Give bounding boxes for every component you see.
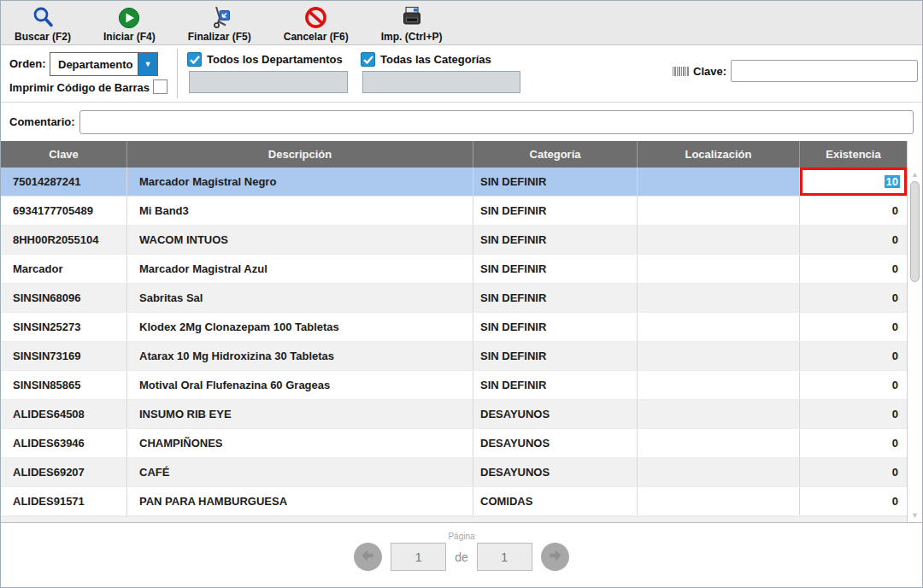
- cell-categoria: SIN DEFINIR: [473, 342, 638, 370]
- clave-input[interactable]: [731, 60, 918, 82]
- table-row[interactable]: ALIDES63946CHAMPIÑONESDESAYUNOS0: [1, 429, 907, 458]
- comentario-label: Comentario:: [9, 115, 75, 128]
- cell-clave: ALIDES69207: [1, 458, 127, 486]
- todas-categorias-label: Todas las Categorías: [380, 53, 491, 66]
- table-row[interactable]: 6934177705489Mi Band3SIN DEFINIR0: [1, 197, 907, 226]
- vertical-scrollbar[interactable]: ▲ ▼: [907, 141, 922, 522]
- table-body: 75014287241Marcador Magistral NegroSIN D…: [1, 168, 907, 516]
- cell-categoria: SIN DEFINIR: [473, 197, 638, 225]
- categoria-input[interactable]: [362, 71, 520, 93]
- scroll-up-icon[interactable]: ▲: [908, 169, 922, 179]
- cell-localizacion: [638, 168, 800, 196]
- cell-localizacion: [638, 255, 800, 283]
- cell-descripcion: Sabritas Sal: [127, 284, 473, 312]
- orden-value: Departamento: [50, 53, 138, 75]
- cell-existencia[interactable]: 0: [800, 487, 907, 515]
- total-pages-input[interactable]: [477, 543, 532, 571]
- iniciar-button[interactable]: Iniciar (F4): [95, 4, 164, 44]
- table-header: Clave Descripción Categoría Localización…: [1, 141, 907, 168]
- scrollbar-thumb[interactable]: [910, 181, 920, 282]
- table-row[interactable]: ALIDES91571PAN PARA HAMBURGUESACOMIDAS0: [1, 487, 907, 516]
- current-page-input[interactable]: [391, 543, 446, 571]
- cell-descripcion: Marcador Magistral Negro: [127, 168, 473, 196]
- cell-categoria: SIN DEFINIR: [473, 284, 638, 312]
- cell-descripcion: Marcador Magistral Azul: [127, 255, 473, 283]
- cell-existencia[interactable]: 0: [800, 371, 907, 399]
- header-descripcion[interactable]: Descripción: [127, 141, 473, 168]
- cancelar-label: Cancelar (F6): [284, 31, 349, 43]
- cell-descripcion: CAFÉ: [127, 458, 473, 486]
- scroll-down-icon[interactable]: ▼: [908, 510, 922, 520]
- table-row[interactable]: SINSIN25273Klodex 2Mg Clonazepam 100 Tab…: [1, 313, 907, 342]
- cell-localizacion: [638, 342, 800, 370]
- header-categoria[interactable]: Categoría: [473, 141, 638, 168]
- handtruck-icon: [208, 5, 232, 29]
- cell-localizacion: [638, 197, 800, 225]
- cell-descripcion: Klodex 2Mg Clonazepam 100 Tabletas: [127, 313, 473, 341]
- table-row[interactable]: 8HH00R2055104WACOM INTUOSSIN DEFINIR0: [1, 226, 907, 255]
- imprimir-codigo-label: Imprimir Código de Barras: [9, 81, 150, 94]
- existencia-edit-cell[interactable]: 10: [800, 168, 907, 196]
- header-clave[interactable]: Clave: [1, 141, 127, 168]
- cancelar-button[interactable]: Cancelar (F6): [275, 4, 357, 44]
- next-page-button[interactable]: [541, 543, 569, 571]
- cell-localizacion: [638, 226, 800, 254]
- cell-descripcion: INSUMO RIB EYE: [127, 400, 473, 428]
- todos-departamentos-label: Todos los Departamentos: [207, 53, 343, 66]
- cell-localizacion: [638, 313, 800, 341]
- chevron-down-icon[interactable]: ▼: [138, 53, 157, 75]
- buscar-button[interactable]: Buscar (F2): [6, 4, 79, 44]
- table-row[interactable]: ALIDES69207CAFÉDESAYUNOS0: [1, 458, 907, 487]
- iniciar-label: Iniciar (F4): [103, 31, 156, 43]
- cell-descripcion: Motival Oral Flufenazina 60 Grageas: [127, 371, 473, 399]
- partial-row: [1, 516, 907, 522]
- table-row[interactable]: ALIDES64508INSUMO RIB EYEDESAYUNOS0: [1, 400, 907, 429]
- finalizar-button[interactable]: Finalizar (F5): [179, 4, 260, 44]
- cell-descripcion: Mi Band3: [127, 197, 473, 225]
- departamento-input[interactable]: [189, 71, 348, 93]
- comentario-input[interactable]: [79, 110, 914, 134]
- table-row[interactable]: SINSIN85865Motival Oral Flufenazina 60 G…: [1, 371, 907, 400]
- header-existencia[interactable]: Existencia: [800, 141, 907, 168]
- header-localizacion[interactable]: Localización: [638, 141, 800, 168]
- cell-existencia[interactable]: 0: [800, 400, 907, 428]
- cell-existencia[interactable]: 0: [800, 313, 907, 341]
- todos-departamentos-checkbox[interactable]: [187, 52, 202, 67]
- table-row[interactable]: 75014287241Marcador Magistral NegroSIN D…: [1, 168, 907, 197]
- table-row[interactable]: MarcadorMarcador Magistral AzulSIN DEFIN…: [1, 255, 907, 284]
- play-icon: [118, 5, 140, 29]
- cell-clave: SINSIN85865: [1, 371, 127, 399]
- orden-combobox[interactable]: Departamento ▼: [50, 52, 158, 76]
- toolbar: Buscar (F2) Iniciar (F4) Finalizar (F5): [1, 1, 922, 45]
- de-label: de: [455, 550, 468, 564]
- cell-categoria: SIN DEFINIR: [473, 168, 638, 196]
- prev-page-button[interactable]: [354, 543, 382, 571]
- cell-clave: ALIDES63946: [1, 429, 127, 457]
- table-row[interactable]: SINSIN73169Atarax 10 Mg Hidroxizina 30 T…: [1, 342, 907, 371]
- cancel-icon: [304, 5, 327, 29]
- product-table: Clave Descripción Categoría Localización…: [1, 141, 922, 522]
- scrollbar-track[interactable]: ▲ ▼: [908, 168, 922, 522]
- cell-categoria: DESAYUNOS: [473, 429, 638, 457]
- imprimir-label: Imp. (Ctrl+P): [381, 31, 443, 43]
- cell-clave: SINSIN25273: [1, 313, 127, 341]
- table-row[interactable]: SINSIN68096Sabritas SalSIN DEFINIR0: [1, 284, 907, 313]
- cell-clave: ALIDES91571: [1, 487, 127, 515]
- cell-clave: 8HH00R2055104: [1, 226, 127, 254]
- imprimir-codigo-checkbox[interactable]: [153, 79, 168, 94]
- cell-existencia[interactable]: 0: [800, 255, 907, 283]
- cell-clave: SINSIN73169: [1, 342, 127, 370]
- cell-existencia[interactable]: 0: [800, 458, 907, 486]
- cell-existencia[interactable]: 0: [800, 342, 907, 370]
- cell-clave: Marcador: [1, 255, 127, 283]
- cell-existencia[interactable]: 0: [800, 226, 907, 254]
- cell-localizacion: [638, 429, 800, 457]
- cell-existencia[interactable]: 0: [800, 197, 907, 225]
- cell-existencia[interactable]: 0: [800, 284, 907, 312]
- barcode-icon: [673, 67, 689, 76]
- cell-descripcion: PAN PARA HAMBURGUESA: [127, 487, 473, 515]
- cell-existencia[interactable]: 0: [800, 429, 907, 457]
- todas-categorias-checkbox[interactable]: [361, 52, 375, 67]
- cell-categoria: SIN DEFINIR: [473, 255, 638, 283]
- imprimir-button[interactable]: Imp. (Ctrl+P): [373, 4, 451, 44]
